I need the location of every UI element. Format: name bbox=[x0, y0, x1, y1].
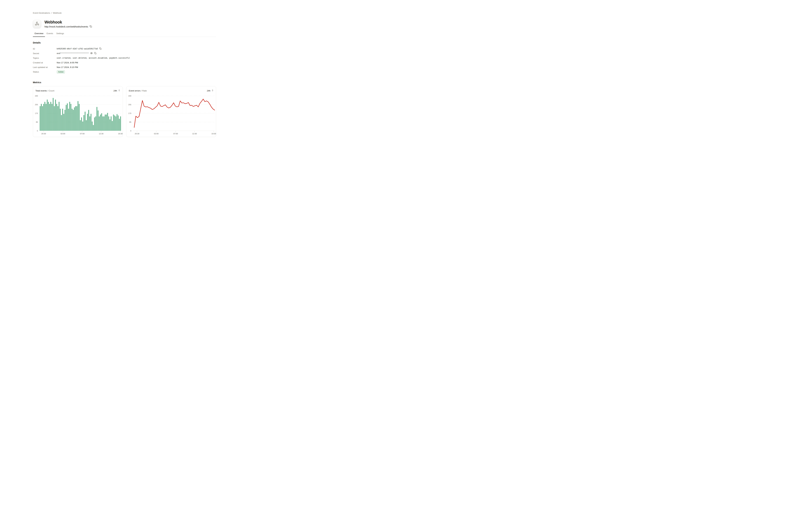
breadcrumb: Event Destinations / Webhook bbox=[33, 12, 216, 14]
svg-text:85: 85 bbox=[36, 121, 38, 123]
detail-row-topics: Topics user.created, user.deleted, accou… bbox=[33, 56, 216, 60]
range-value: 24h bbox=[113, 90, 117, 92]
card-title-main: Event errors bbox=[129, 90, 140, 92]
created-at-value: Nov 17 2024, 8:05 PM bbox=[57, 61, 78, 64]
event-errors-line-chart: 08517025534020:3002:0007:0012:3019:30 bbox=[127, 87, 216, 137]
metric-cards: Total events / Count 24h 08517025534020:… bbox=[33, 86, 216, 137]
copy-icon bbox=[94, 52, 96, 55]
chevrons-up-down-icon bbox=[118, 89, 120, 92]
webhook-app-tile bbox=[33, 20, 41, 28]
svg-text:20:30: 20:30 bbox=[41, 133, 46, 135]
svg-text:12:30: 12:30 bbox=[192, 133, 197, 135]
detail-label-topics: Topics bbox=[33, 57, 57, 59]
card-title-separator: / bbox=[48, 90, 48, 92]
webhook-url-row: http://mock.hookdeck.com/webhooks/events bbox=[44, 25, 92, 28]
detail-label-created-at: Created at bbox=[33, 61, 57, 64]
metrics-section: Metrics Total events / Count 24h bbox=[33, 81, 216, 137]
webhook-topics-value: user.created, user.deleted, account.disa… bbox=[57, 57, 130, 59]
webhook-url: http://mock.hookdeck.com/webhooks/events bbox=[44, 25, 88, 28]
card-header: Event errors / Rate 24h bbox=[129, 89, 213, 92]
detail-row-updated-at: Last updated at Nov 17 2024, 9:10 PM bbox=[33, 65, 216, 70]
svg-text:340: 340 bbox=[35, 95, 38, 97]
metrics-heading: Metrics bbox=[33, 81, 216, 84]
page-container: Event Destinations / Webhook Webhook htt… bbox=[33, 0, 216, 137]
tab-overview[interactable]: Overview bbox=[33, 32, 45, 37]
range-value: 24h bbox=[207, 90, 210, 92]
tab-settings[interactable]: Settings bbox=[55, 32, 66, 37]
total-events-bar-chart: 08517025534020:3002:0007:0012:3019:30 bbox=[33, 87, 123, 137]
webhook-secret-value: asd************************* bbox=[57, 52, 89, 55]
breadcrumb-separator: / bbox=[51, 12, 52, 14]
status-badge: Active bbox=[57, 70, 65, 74]
svg-text:340: 340 bbox=[128, 95, 131, 97]
chevrons-up-down-icon bbox=[211, 89, 213, 92]
detail-row-secret: Secret asd************************* bbox=[33, 51, 216, 56]
detail-row-created-at: Created at Nov 17 2024, 8:05 PM bbox=[33, 60, 216, 65]
svg-text:170: 170 bbox=[128, 112, 131, 114]
copy-url-button[interactable] bbox=[90, 25, 92, 28]
svg-text:0: 0 bbox=[130, 130, 131, 132]
card-title-metric: Rate bbox=[142, 90, 147, 92]
card-title-separator: / bbox=[141, 90, 141, 92]
svg-text:255: 255 bbox=[128, 104, 131, 106]
detail-label-id: ID bbox=[33, 48, 57, 50]
details-rows: ID b4925365-b8cf-42b7-a762-aa1a539177a5 bbox=[33, 46, 216, 74]
card-header: Total events / Count 24h bbox=[35, 89, 120, 92]
detail-row-id: ID b4925365-b8cf-42b7-a762-aa1a539177a5 bbox=[33, 46, 216, 51]
range-selector[interactable]: 24h bbox=[113, 89, 120, 92]
card-title-metric: Count bbox=[49, 90, 54, 92]
breadcrumb-webhook[interactable]: Webhook bbox=[53, 12, 62, 14]
card-title: Event errors / Rate bbox=[129, 90, 147, 92]
eye-icon bbox=[90, 52, 93, 55]
copy-secret-button[interactable] bbox=[94, 52, 96, 55]
tab-bar: Overview Events Settings bbox=[33, 32, 216, 37]
svg-text:85: 85 bbox=[129, 121, 131, 123]
reveal-secret-button[interactable] bbox=[90, 52, 93, 55]
detail-label-status: Status bbox=[33, 71, 57, 73]
page-header-text: Webhook http://mock.hookdeck.com/webhook… bbox=[44, 20, 92, 28]
page-header: Webhook http://mock.hookdeck.com/webhook… bbox=[33, 20, 216, 28]
svg-text:02:00: 02:00 bbox=[154, 133, 159, 135]
detail-row-status: Status Active bbox=[33, 70, 216, 74]
webhook-icon bbox=[35, 22, 39, 26]
page-title: Webhook bbox=[44, 20, 92, 24]
card-title-main: Total events bbox=[35, 90, 47, 92]
detail-label-updated-at: Last updated at bbox=[33, 66, 57, 69]
svg-text:19:30: 19:30 bbox=[211, 133, 216, 135]
webhook-id-value: b4925365-b8cf-42b7-a762-aa1a539177a5 bbox=[57, 48, 98, 50]
metric-card-total-events: Total events / Count 24h 08517025534020:… bbox=[33, 86, 123, 137]
copy-icon bbox=[99, 48, 101, 50]
details-section: Details ID b4925365-b8cf-42b7-a762-aa1a5… bbox=[33, 41, 216, 74]
copy-id-button[interactable] bbox=[99, 48, 101, 50]
range-selector[interactable]: 24h bbox=[207, 89, 213, 92]
detail-label-secret: Secret bbox=[33, 52, 57, 55]
details-heading: Details bbox=[33, 41, 216, 44]
breadcrumb-event-destinations[interactable]: Event Destinations bbox=[33, 12, 50, 14]
svg-text:20:30: 20:30 bbox=[135, 133, 139, 135]
svg-text:19:30: 19:30 bbox=[118, 133, 123, 135]
svg-text:07:00: 07:00 bbox=[80, 133, 84, 135]
card-title: Total events / Count bbox=[35, 90, 54, 92]
svg-text:12:30: 12:30 bbox=[99, 133, 103, 135]
svg-text:170: 170 bbox=[35, 112, 38, 114]
tab-events[interactable]: Events bbox=[45, 32, 55, 37]
svg-text:02:00: 02:00 bbox=[61, 133, 65, 135]
metric-card-event-errors: Event errors / Rate 24h 08517025534020:3… bbox=[126, 86, 216, 137]
updated-at-value: Nov 17 2024, 9:10 PM bbox=[57, 66, 78, 69]
svg-text:07:00: 07:00 bbox=[173, 133, 178, 135]
svg-text:0: 0 bbox=[37, 130, 38, 132]
copy-icon bbox=[90, 25, 92, 28]
svg-text:255: 255 bbox=[35, 104, 38, 106]
